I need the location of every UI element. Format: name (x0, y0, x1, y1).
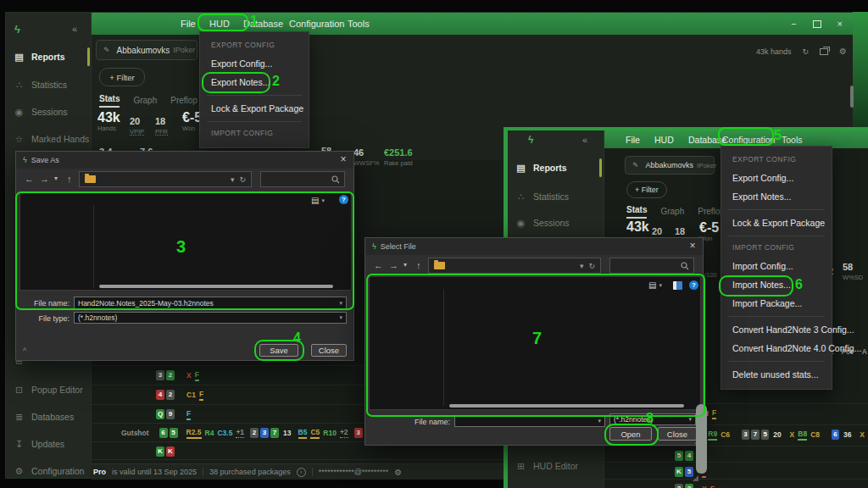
close-button[interactable]: Close (311, 344, 347, 357)
filter-button[interactable]: + Filter (99, 68, 145, 86)
forward-icon[interactable]: → (40, 174, 49, 184)
menubar-item-tools[interactable]: Tools (348, 13, 370, 35)
report-settings-icon[interactable]: ⚙ (839, 47, 847, 56)
sidebar-item-statistics[interactable]: ∴Statistics (508, 186, 604, 207)
address-dropdown-icon[interactable]: ▾ (231, 175, 235, 184)
sidebar-item-updates[interactable]: ↧Updates (6, 434, 91, 454)
menu-item-delete-unused-stats[interactable]: Delete unused stats... (721, 365, 832, 384)
action-token: A (862, 347, 867, 357)
address-bar[interactable]: ▾ ↻ (79, 171, 252, 187)
sidebar-item-sessions[interactable]: ◉Sessions (508, 213, 604, 233)
sidebar-item-statistics[interactable]: ∴Statistics (6, 75, 91, 95)
sidebar-item-marked-hands[interactable]: ☆Marked Hands (6, 129, 91, 149)
resize-grip[interactable] (693, 475, 698, 481)
menu-item-convert-hand2note-3-config[interactable]: Convert Hand2Note 3 Config... (721, 320, 832, 339)
back-icon[interactable]: ← (374, 260, 383, 270)
sidebar-item-reports[interactable]: ▤Reports (6, 47, 91, 67)
file-name-input[interactable]: ▾ (454, 415, 605, 427)
action-token: C3.5 (217, 429, 232, 438)
tab-stats[interactable]: Stats (626, 205, 647, 219)
menubar-item-file[interactable]: File (181, 13, 196, 35)
card-3: 3 (675, 484, 683, 488)
background-green-strip (853, 12, 868, 127)
menu-item-export-config[interactable]: Export Config... (721, 169, 832, 187)
menu-section-export-config: EXPORT CONFIG (721, 152, 832, 169)
popout-icon[interactable] (820, 48, 828, 55)
search-input[interactable] (609, 258, 694, 274)
menu-item-export-notes[interactable]: Export Notes... (721, 187, 832, 206)
back-icon[interactable]: ← (25, 174, 34, 184)
annotation-number-1: 1 (250, 14, 258, 29)
player-chip[interactable]: ✎ Abbakumovks IPoker (625, 156, 715, 175)
scrollbar-thumb[interactable] (850, 86, 854, 108)
menu-separator (728, 361, 825, 362)
close-button[interactable]: Close (658, 427, 697, 441)
menu-item-export-config[interactable]: Export Config... (200, 54, 309, 73)
expand-icon[interactable]: ^ (23, 347, 26, 355)
sidebar-item-databases[interactable]: ≣Databases (6, 407, 91, 427)
sidebar-item-label: Statistics (31, 80, 67, 90)
chevron-down-icon: ▾ (598, 418, 601, 424)
info-icon[interactable]: i (297, 468, 306, 477)
action-token: Gutshot (121, 429, 149, 438)
hand-row[interactable]: 32XF (604, 479, 868, 488)
menu-item-convert-hand2note-4-0-config[interactable]: Convert Hand2Note 4.0 Config... (721, 339, 832, 358)
stat-value: 43k (97, 113, 120, 123)
search-icon (331, 175, 340, 184)
refresh-icon[interactable]: ↻ (588, 262, 595, 270)
refresh-icon[interactable]: ↻ (239, 175, 246, 184)
annotation-box-1 (198, 14, 248, 31)
filter-button[interactable]: + Filter (626, 181, 667, 198)
hand2note-logo-icon: ϟ (23, 156, 27, 164)
tab-graph[interactable]: Graph (133, 96, 157, 108)
action-token: R10 (323, 429, 337, 438)
menubar-item-hud[interactable]: HUD (654, 130, 674, 148)
menu-item-import-config[interactable]: Import Config... (721, 257, 832, 275)
refresh-icon[interactable]: ↻ (803, 47, 810, 56)
account-settings-icon[interactable]: ⚙ (394, 468, 402, 477)
stat-pfr: 18 (675, 226, 685, 236)
packages-text[interactable]: 38 purchased packages (209, 468, 291, 476)
address-dropdown-icon[interactable]: ▾ (580, 262, 584, 270)
player-chip[interactable]: ✎ Abbakumovks IPoker (96, 40, 198, 60)
spacer (604, 472, 675, 473)
stat-vpip: 20 (652, 226, 662, 236)
maximize-button[interactable] (813, 20, 821, 28)
minimize-button[interactable]: − (791, 19, 796, 29)
spacer (176, 395, 186, 396)
dialog-close-icon[interactable]: × (686, 240, 699, 252)
address-bar[interactable]: ▾ ↻ (428, 258, 601, 274)
action-token: C6 (721, 430, 730, 440)
hands-count-area: 43k hands ↻ ⚙ (756, 47, 847, 56)
menu-item-import-package[interactable]: Import Package... (721, 294, 832, 313)
sidebar-item-hud-editor[interactable]: ⊞HUD Editor (508, 456, 604, 476)
dialog-close-icon[interactable]: × (337, 153, 350, 165)
close-button[interactable]: × (837, 19, 843, 29)
sidebar-item-reports[interactable]: ▤Reports (508, 158, 604, 178)
sessions-icon: ◉ (515, 218, 527, 229)
stat-label: W%SD (843, 274, 863, 281)
recent-folders-icon[interactable]: ▾ (54, 175, 58, 182)
sidebar-collapse-icon[interactable]: « (72, 24, 77, 34)
account-email[interactable]: ************@********* (319, 468, 389, 476)
sidebar-item-sessions[interactable]: ◉Sessions (6, 102, 91, 122)
tab-stats[interactable]: Stats (99, 94, 120, 108)
configuration-icon: ⚙ (13, 466, 25, 477)
file-type-select[interactable]: (*.h2nnotes) ▾ (74, 312, 347, 324)
search-input[interactable] (260, 171, 345, 187)
sidebar-collapse-icon[interactable]: « (582, 135, 587, 145)
menubar-item-file[interactable]: File (626, 130, 640, 148)
recent-folders-icon[interactable]: ▾ (403, 261, 407, 269)
up-icon[interactable]: ↑ (416, 260, 421, 270)
up-icon[interactable]: ↑ (67, 174, 72, 184)
license-text: is valid until 13 Sep 2025 (112, 468, 197, 476)
spacer (91, 414, 156, 415)
menu-item-lock-export-package[interactable]: Lock & Export Package (721, 214, 832, 232)
tab-graph[interactable]: Graph (660, 207, 684, 219)
sidebar-item-configuration[interactable]: ⚙Configuration (6, 461, 91, 481)
menu-item-lock-export-package[interactable]: Lock & Export Package (200, 99, 309, 118)
updates-icon: ↧ (13, 439, 25, 450)
forward-icon[interactable]: → (389, 260, 398, 270)
action-token: B8 (798, 430, 807, 441)
sidebar-item-popup-editor[interactable]: ⊡Popup Editor (6, 380, 91, 400)
